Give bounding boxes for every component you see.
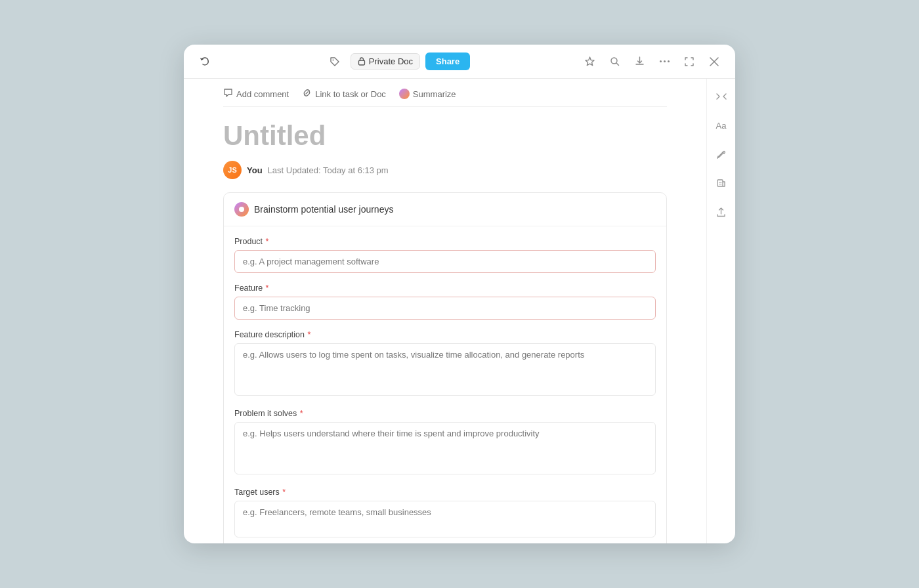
- target-users-required: *: [280, 488, 286, 497]
- link-toolbar[interactable]: Link to task or Doc: [302, 88, 386, 100]
- feature-input[interactable]: [234, 297, 656, 320]
- product-label: Product *: [234, 237, 656, 246]
- ai-icon: [234, 202, 249, 217]
- svg-rect-6: [717, 180, 723, 186]
- sidebar-expand-button[interactable]: [712, 87, 731, 106]
- svg-point-5: [668, 60, 670, 62]
- topbar-center: Private Doc Share: [324, 51, 470, 72]
- star-button[interactable]: [579, 51, 600, 72]
- author-row: JS You Last Updated: Today at 6:13 pm: [223, 161, 667, 179]
- avatar-initials: JS: [228, 166, 236, 174]
- add-comment-toolbar[interactable]: Add comment: [223, 88, 289, 100]
- search-button[interactable]: [604, 51, 625, 72]
- ai-block: Brainstorm potential user journeys Produ…: [223, 192, 667, 543]
- product-required: *: [263, 237, 268, 246]
- ai-block-header: Brainstorm potential user journeys: [224, 193, 666, 226]
- add-comment-label: Add comment: [236, 89, 289, 99]
- svg-point-4: [664, 60, 666, 62]
- problem-textarea[interactable]: [234, 422, 656, 474]
- form-body: Product * Feature * Featur: [224, 226, 666, 543]
- sidebar-font-button[interactable]: Aa: [712, 116, 731, 135]
- feature-label: Feature *: [234, 284, 656, 293]
- summarize-label: Summarize: [413, 89, 456, 99]
- back-button[interactable]: [194, 51, 215, 72]
- doc-main: Add comment Link to task or Doc Summariz: [184, 79, 706, 543]
- feature-description-group: Feature description *: [234, 330, 656, 398]
- doc-title[interactable]: Untitled: [223, 107, 667, 161]
- problem-group: Problem it solves *: [234, 409, 656, 477]
- target-users-label: Target users *: [234, 488, 656, 497]
- tag-button[interactable]: [324, 51, 345, 72]
- svg-point-3: [660, 60, 662, 62]
- product-group: Product *: [234, 237, 656, 273]
- feature-description-label: Feature description *: [234, 330, 656, 339]
- topbar-right: [579, 51, 725, 72]
- right-sidebar: Aa: [706, 79, 735, 543]
- sidebar-pen-button[interactable]: [712, 144, 731, 164]
- link-icon: [302, 88, 312, 100]
- sidebar-edit-button[interactable]: [712, 173, 731, 193]
- ai-block-title: Brainstorm potential user journeys: [254, 204, 393, 215]
- share-button[interactable]: Share: [425, 52, 470, 70]
- target-users-textarea[interactable]: [234, 501, 656, 537]
- download-button[interactable]: [629, 51, 650, 72]
- close-button[interactable]: [704, 51, 725, 72]
- topbar: Private Doc Share: [184, 45, 735, 79]
- avatar: JS: [223, 161, 242, 179]
- link-label: Link to task or Doc: [315, 89, 386, 99]
- feature-description-required: *: [305, 330, 310, 339]
- svg-rect-1: [358, 60, 364, 65]
- fullscreen-button[interactable]: [679, 51, 700, 72]
- target-users-group: Target users *: [234, 488, 656, 540]
- comment-icon: [223, 88, 233, 100]
- ai-dot: [239, 207, 244, 212]
- private-doc-label: Private Doc: [369, 56, 413, 66]
- product-input[interactable]: [234, 250, 656, 273]
- content-area: Add comment Link to task or Doc Summariz: [184, 79, 735, 543]
- feature-required: *: [263, 284, 268, 293]
- doc-toolbar: Add comment Link to task or Doc Summariz: [223, 79, 667, 107]
- feature-group: Feature *: [234, 284, 656, 320]
- summarize-icon: [399, 89, 410, 99]
- font-icon: Aa: [716, 121, 727, 131]
- author-name: You: [247, 165, 263, 175]
- last-updated: Last Updated: Today at 6:13 pm: [268, 165, 389, 175]
- feature-description-textarea[interactable]: [234, 343, 656, 396]
- topbar-left: [194, 51, 215, 72]
- sidebar-export-button[interactable]: [712, 202, 731, 222]
- summarize-toolbar[interactable]: Summarize: [399, 89, 456, 99]
- svg-point-0: [332, 59, 333, 60]
- problem-required: *: [297, 409, 303, 418]
- problem-label: Problem it solves *: [234, 409, 656, 418]
- private-doc-badge[interactable]: Private Doc: [351, 53, 420, 70]
- more-button[interactable]: [654, 51, 675, 72]
- app-window: Private Doc Share: [184, 45, 735, 543]
